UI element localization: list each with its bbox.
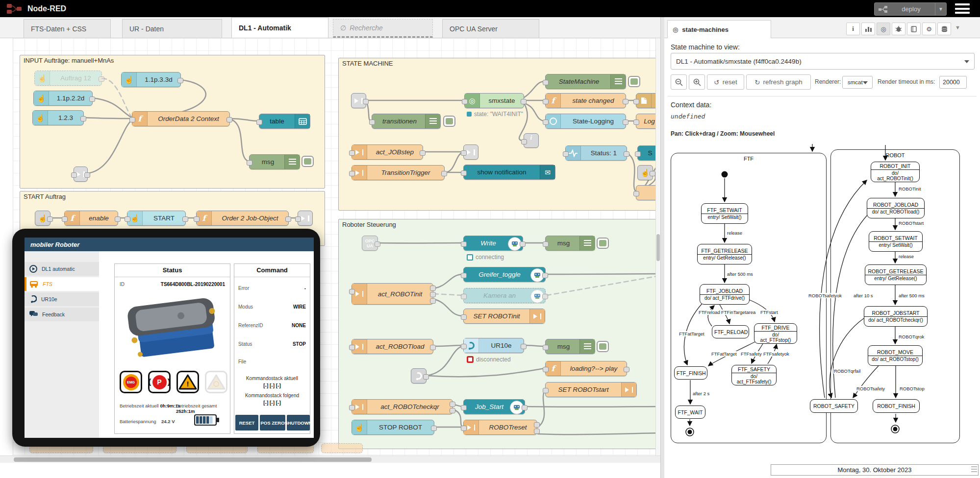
node-ur-gray[interactable] [411, 368, 427, 383]
zoom-in-button[interactable] [689, 74, 705, 90]
row-value: NONE [292, 323, 306, 328]
reset-button[interactable]: ↺ reset [707, 74, 744, 90]
node-debug-msg[interactable]: msg [545, 236, 595, 251]
node-linkout-setrobotinit[interactable]: SET ROBOTinit [463, 309, 545, 324]
bug-icon [895, 26, 902, 32]
node-link-out[interactable] [463, 144, 478, 160]
node-label: 1.1p.3.3d [137, 72, 180, 87]
node-urscript-kamera-disabled[interactable]: Kamera an [463, 288, 546, 303]
node-urscript-jobstart[interactable]: Job_Start [463, 399, 525, 414]
out-port[interactable] [534, 422, 540, 428]
inject-icon [638, 166, 653, 180]
sidebar-book-button[interactable] [907, 23, 921, 35]
link-call-icon [352, 284, 367, 304]
node-link[interactable] [74, 167, 88, 182]
tab-opc-ua-server[interactable]: OPC UA Server [442, 19, 539, 38]
shutdown-button[interactable]: SHUTDOWN [287, 415, 310, 430]
refresh-graph-button[interactable]: ↻ refresh graph [746, 74, 811, 90]
node-debug-msg[interactable]: msg [249, 154, 300, 169]
tab-dl1-automatik[interactable]: DL1 - Automatik [231, 17, 328, 38]
node-linkcall-actjobstep[interactable]: act_JOBstep [352, 144, 423, 160]
date-field[interactable]: Montag, 30. Oktober 2023 [771, 464, 979, 476]
node-inject-start[interactable]: START [127, 211, 186, 226]
node-linkout-setrobotstart[interactable]: SET ROBOTstart [545, 382, 637, 397]
menu-item-feedback[interactable]: Feedback [25, 308, 99, 321]
timeout-input[interactable] [939, 76, 967, 89]
node-function-orderdata2context[interactable]: OrderData 2 Context [132, 111, 230, 126]
sidebar-info-button[interactable]: i [846, 23, 860, 35]
debug-toggle-button[interactable] [302, 156, 314, 167]
tab-recherche[interactable]: ∅ Recherche [333, 19, 433, 38]
node-inject-11p22d[interactable]: 1.1p.2.2d [33, 91, 93, 106]
out-port[interactable] [430, 292, 436, 297]
node-ui-table[interactable]: table [259, 114, 310, 129]
tab-ur-daten[interactable]: UR - Daten [122, 19, 222, 38]
renderer-select[interactable]: smcat [842, 76, 873, 89]
debug-toggle-button[interactable] [597, 238, 609, 249]
scrollbar-thumb[interactable] [14, 457, 372, 462]
out-port[interactable] [430, 298, 436, 304]
node-inject-stoprobot[interactable]: STOP ROBOT [352, 420, 434, 435]
pos-zero-button[interactable]: POS ZERO [260, 415, 285, 430]
sidebar-caret-icon[interactable]: ▼ [955, 24, 960, 30]
menu-item-dl1-automatic[interactable]: DL1 automatic [25, 262, 99, 276]
node-function-statechanged[interactable]: state changed [545, 93, 626, 108]
node-info-comment[interactable]: i [524, 133, 539, 148]
node-function-enable[interactable]: enable [64, 211, 118, 226]
out-port[interactable] [534, 429, 540, 434]
select-value: DL1 - Automatik/smxstate (f4ff0ca0.2449b… [676, 58, 802, 65]
debug-toggle-button[interactable] [443, 116, 455, 127]
out-port[interactable] [450, 408, 455, 413]
sidebar-chart-button[interactable] [861, 23, 875, 35]
node-function-loadingplay[interactable]: loading?--> play [545, 361, 627, 376]
node-linkcall-robotreset[interactable]: ROBOTreset [463, 420, 537, 435]
file-icon [636, 94, 652, 108]
sidebar-debug-button[interactable] [892, 23, 905, 35]
sidebar-statemachine-button[interactable]: ◎ [877, 23, 890, 35]
sidebar-tab-state-machines[interactable]: ◎ state-machines [667, 20, 771, 38]
node-debug-transitionen[interactable]: transitionen [372, 114, 441, 129]
scrollbar-thumb[interactable] [656, 234, 660, 261]
node-urscript-greifertoggle[interactable]: Greifer_toggle [463, 267, 546, 282]
node-link-in[interactable] [351, 93, 366, 108]
canvas-horizontal-scrollbar[interactable] [0, 455, 660, 463]
node-inject-unlabeled[interactable] [35, 211, 50, 226]
node-ur10e[interactable]: UR10e [463, 338, 524, 353]
node-linkcall-transitiontrigger[interactable]: TransitionTrigger [352, 165, 445, 180]
node-linkcall-actrobotload[interactable]: act_ROBOTload [352, 339, 433, 354]
inactive-warning-icon [205, 371, 227, 393]
node-debug-statemachine[interactable]: StateMachine [545, 74, 626, 89]
node-opcua[interactable]: OPC UA [362, 236, 378, 251]
menu-item-fts[interactable]: FTS [25, 277, 99, 291]
sidebar-context-button[interactable] [937, 23, 951, 35]
node-function-order2jobobject[interactable]: Order 2 Job-Object [196, 211, 289, 226]
node-status-display[interactable]: Status: 1 [565, 145, 627, 161]
node-inject-auftrag12-disabled[interactable]: Auftrag 12 [34, 71, 102, 86]
zoom-out-button[interactable] [671, 74, 687, 90]
deploy-button[interactable]: deploy ▼ [874, 2, 947, 16]
node-inject-123[interactable]: 1.2.3 [32, 110, 84, 125]
node-smxstate[interactable]: smxstate [464, 93, 524, 108]
canvas-vertical-scrollbar[interactable] [655, 38, 660, 455]
sidebar-config-button[interactable]: ⚙ [922, 23, 936, 35]
node-switch-statelogging[interactable]: State-Logging [545, 114, 626, 129]
debug-toggle-button[interactable] [597, 341, 609, 352]
main-menu-icon[interactable] [955, 3, 970, 14]
tab-fts-daten[interactable]: FTS-Daten + CSS [24, 19, 111, 38]
menu-item-ur10e[interactable]: UR10e [25, 292, 99, 306]
state-machine-select[interactable]: DL1 - Automatik/smxstate (f4ff0ca0.2449b… [671, 53, 975, 70]
out-port[interactable] [450, 402, 455, 407]
deploy-caret-icon[interactable]: ▼ [935, 3, 946, 15]
reset-button[interactable]: RESET [235, 415, 258, 430]
debug-toggle-button[interactable] [628, 76, 640, 87]
out-port[interactable] [430, 286, 436, 291]
node-inject-11p33d[interactable]: 1.1p.3.3d [121, 72, 181, 87]
node-linkcall-actrobotinit[interactable]: act_ROBOTinit [352, 283, 433, 305]
node-notification[interactable]: show notification [463, 165, 555, 180]
node-link-out[interactable] [298, 211, 313, 226]
node-linkcall-actrobotcheckqr[interactable]: act_ROBOTcheckqr [352, 399, 453, 414]
node-urscript-write[interactable]: Write [463, 236, 523, 251]
node-debug-msg[interactable]: msg [545, 339, 595, 354]
node-inject-clipped[interactable] [637, 165, 653, 180]
resize-grip-icon[interactable] [971, 466, 977, 474]
